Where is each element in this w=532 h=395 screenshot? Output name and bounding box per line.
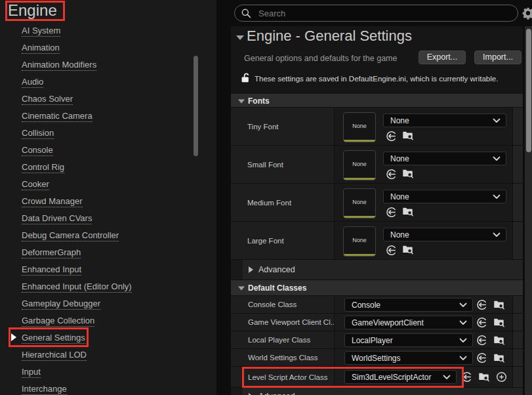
fonts-advanced-expander[interactable]: Advanced — [231, 260, 523, 280]
expand-arrow-icon — [249, 266, 253, 273]
property-row-local-player-class: Local Player Class LocalPlayer — [231, 331, 523, 349]
use-selected-asset-icon[interactable] — [476, 352, 487, 364]
asset-thumbnail[interactable]: None — [343, 226, 376, 257]
selected-item-marker-icon — [11, 333, 16, 341]
use-selected-asset-icon[interactable] — [476, 317, 487, 328]
unlock-icon — [241, 72, 251, 84]
asset-dropdown[interactable]: None — [383, 114, 506, 127]
class-dropdown[interactable]: LocalPlayer — [344, 333, 473, 347]
property-row-level-script-actor-class: Level Script Actor Class Sim3dLevelScrip… — [231, 367, 523, 388]
property-row-small-font: Small Font None None — [231, 146, 523, 184]
sidebar-item-debug-camera-controller[interactable]: Debug Camera Controller — [22, 230, 119, 241]
chevron-down-icon — [459, 302, 467, 308]
browse-to-asset-icon[interactable] — [478, 371, 489, 382]
section-header-fonts[interactable]: Fonts — [231, 94, 523, 108]
chevron-down-icon — [459, 356, 467, 361]
browse-to-asset-icon[interactable] — [493, 352, 504, 363]
asset-thumbnail[interactable]: None — [343, 112, 376, 142]
sidebar-item-deformergraph[interactable]: DeformerGraph — [22, 247, 81, 259]
use-selected-asset-icon[interactable] — [386, 169, 397, 180]
settings-search-box — [234, 5, 518, 22]
sidebar-item-animation[interactable]: Animation — [22, 43, 60, 54]
asset-dropdown[interactable]: None — [383, 190, 506, 203]
page-title: Engine - General Settings — [247, 28, 419, 45]
asset-thumbnail[interactable]: None — [343, 188, 376, 218]
browse-to-asset-icon[interactable] — [402, 243, 413, 255]
browse-to-asset-icon[interactable] — [493, 299, 504, 310]
browse-to-asset-icon[interactable] — [402, 167, 413, 178]
chevron-down-icon — [459, 338, 467, 343]
config-file-info-text: These settings are saved in DefaultEngin… — [255, 75, 521, 83]
property-label: Local Player Class — [248, 336, 310, 344]
sidebar-scrollbar-thumb[interactable] — [194, 56, 198, 156]
chevron-down-icon — [493, 156, 501, 161]
sidebar-item-enhanced-input[interactable]: Enhanced Input — [22, 264, 81, 276]
asset-dropdown[interactable]: None — [383, 152, 506, 165]
sidebar-item-control-rig[interactable]: Control Rig — [22, 162, 64, 173]
sidebar-section-title: Engine — [8, 1, 57, 20]
add-element-icon[interactable] — [496, 371, 507, 383]
browse-to-asset-icon[interactable] — [493, 334, 504, 345]
asset-type-color-bar — [344, 178, 375, 180]
sidebar-item-chaos-solver[interactable]: Chaos Solver — [22, 94, 73, 105]
sidebar-item-animation-modifiers[interactable]: Animation Modifiers — [22, 60, 96, 71]
sidebar-item-data-driven-cvars[interactable]: Data Driven CVars — [22, 213, 92, 224]
sidebar-item-garbage-collection[interactable]: Garbage Collection — [22, 316, 94, 327]
sidebar-item-audio[interactable]: Audio — [22, 77, 43, 88]
gear-icon[interactable] — [522, 7, 532, 20]
asset-dropdown[interactable]: None — [383, 228, 506, 241]
import-button[interactable]: Import... — [474, 51, 522, 64]
use-selected-asset-icon[interactable] — [386, 245, 397, 256]
sidebar-item-hierarchical-lod[interactable]: Hierarchical LOD — [22, 350, 87, 361]
use-selected-asset-icon[interactable] — [476, 335, 487, 346]
browse-to-asset-icon[interactable] — [402, 129, 413, 140]
use-selected-asset-icon[interactable] — [461, 371, 472, 383]
sidebar-item-collision[interactable]: Collision — [22, 128, 54, 139]
sidebar-item-gameplay-debugger[interactable]: Gameplay Debugger — [22, 299, 100, 310]
section-header-default-classes[interactable]: Default Classes — [231, 280, 523, 296]
settings-sidebar: Engine AI System Animation Animation Mod… — [0, 0, 217, 395]
sidebar-item-general-settings[interactable]: General Settings — [22, 333, 85, 344]
collapse-arrow-icon — [238, 287, 245, 291]
sidebar-item-input[interactable]: Input — [22, 367, 41, 378]
use-selected-asset-icon[interactable] — [386, 131, 397, 142]
chevron-down-icon — [493, 232, 501, 238]
property-row-tiny-font: Tiny Font None None — [231, 108, 523, 146]
class-dropdown[interactable]: GameViewportClient — [344, 316, 473, 329]
sidebar-item-cinematic-camera[interactable]: Cinematic Camera — [22, 111, 92, 122]
asset-type-color-bar — [344, 254, 375, 256]
property-row-world-settings-class: World Settings Class WorldSettings — [231, 349, 523, 367]
default-classes-advanced-expander[interactable]: Advanced — [231, 388, 523, 395]
sidebar-item-enhanced-input-editor-only[interactable]: Enhanced Input (Editor Only) — [22, 281, 132, 293]
property-label: Console Class — [248, 301, 297, 308]
chevron-down-icon — [493, 194, 501, 199]
property-row-game-viewport-client-class: Game Viewport Client Cl... GameViewportC… — [231, 314, 523, 331]
class-dropdown[interactable]: WorldSettings — [344, 351, 473, 365]
panel-scrollbar-thumb[interactable] — [526, 29, 531, 152]
section-collapse-icon[interactable] — [236, 35, 244, 40]
sidebar-item-ai-system[interactable]: AI System — [22, 26, 60, 37]
chevron-down-icon — [459, 320, 467, 325]
property-label: Game Viewport Client Cl... — [248, 318, 335, 326]
property-row-medium-font: Medium Font None None — [231, 184, 523, 222]
asset-type-color-bar — [344, 140, 375, 142]
property-label: Medium Font — [247, 199, 291, 207]
browse-to-asset-icon[interactable] — [402, 205, 413, 217]
sidebar-item-crowd-manager[interactable]: Crowd Manager — [22, 196, 83, 207]
property-label: Level Script Actor Class — [248, 373, 327, 381]
class-dropdown[interactable]: Sim3dLevelScriptActor — [344, 370, 457, 384]
class-dropdown[interactable]: Console — [344, 298, 473, 312]
use-selected-asset-icon[interactable] — [386, 207, 397, 218]
sidebar-item-console[interactable]: Console — [22, 145, 53, 156]
project-settings-window: Engine AI System Animation Animation Mod… — [0, 0, 532, 395]
asset-thumbnail[interactable]: None — [343, 150, 376, 180]
property-label: Small Font — [247, 161, 283, 169]
sidebar-item-interchange[interactable]: Interchange — [22, 384, 67, 395]
search-input[interactable] — [257, 6, 506, 20]
export-button[interactable]: Export... — [419, 51, 466, 64]
search-icon — [241, 8, 252, 19]
browse-to-asset-icon[interactable] — [493, 316, 504, 327]
asset-type-color-bar — [344, 216, 375, 218]
use-selected-asset-icon[interactable] — [476, 299, 487, 310]
sidebar-item-cooker[interactable]: Cooker — [22, 179, 49, 190]
